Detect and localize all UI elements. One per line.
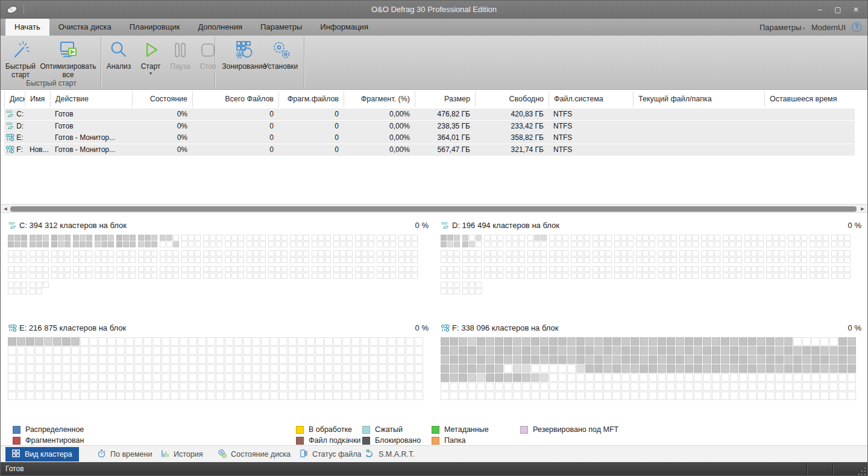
column-header-8[interactable]: Размер xyxy=(415,91,475,107)
view-tab-disk-state[interactable]: Состояние диска xyxy=(212,447,297,462)
ribbon-button-settings[interactable]: Установки xyxy=(260,38,302,83)
cluster-cell xyxy=(593,241,599,247)
title-bar[interactable]: O&O Defrag 30 Professional Edition – ▢ ✕ xyxy=(1,1,867,19)
table-row-drive-E[interactable]: E:Готов - Монитор...0%000,00%364,01 ГБ35… xyxy=(4,132,855,144)
tab-disk-cleanup[interactable]: Очистка диска xyxy=(49,19,121,36)
minimize-button[interactable]: – xyxy=(812,4,828,16)
cluster-block xyxy=(312,250,331,263)
cluster-cell xyxy=(260,257,266,263)
tab-options[interactable]: Параметры xyxy=(251,19,311,36)
cluster-cell xyxy=(468,382,476,391)
tab-information[interactable]: Информация xyxy=(311,19,377,36)
cluster-map-drive-D[interactable] xyxy=(441,235,851,297)
cluster-cell xyxy=(476,288,482,294)
cluster-cell xyxy=(844,235,851,241)
view-tab-cluster-view[interactable]: Вид кластера xyxy=(5,447,79,462)
cluster-cell xyxy=(571,257,577,263)
column-header-2[interactable]: Имя xyxy=(25,91,50,107)
cluster-cell xyxy=(631,346,639,355)
cluster-cell xyxy=(631,337,639,346)
horizontal-scrollbar[interactable]: ◄ ► xyxy=(1,204,867,213)
close-button[interactable]: ✕ xyxy=(848,4,864,16)
cluster-cell xyxy=(739,355,747,364)
column-header-10[interactable]: Файл.система xyxy=(549,91,633,107)
tab-scheduler[interactable]: Планировщик xyxy=(121,19,189,36)
view-tab-history[interactable]: История xyxy=(154,447,209,462)
panel-label: F: 338 096 кластеров на блок xyxy=(452,323,558,332)
column-header-12[interactable]: Оставшееся время xyxy=(764,91,855,107)
cluster-cell xyxy=(225,337,233,346)
cluster-cell xyxy=(649,373,657,382)
cluster-cell xyxy=(315,382,324,391)
cluster-cell xyxy=(166,273,172,279)
ribbon-button-quick-start[interactable]: Быстрыйстарт xyxy=(3,38,38,83)
column-header-4[interactable]: Состояние xyxy=(132,91,192,107)
view-tab-file-status[interactable]: Статус файла xyxy=(293,447,367,462)
cluster-cell xyxy=(454,266,460,272)
view-tab-by-time[interactable]: По времени xyxy=(91,447,158,462)
scrollbar-thumb[interactable] xyxy=(10,206,857,212)
help-icon[interactable]: ? xyxy=(852,22,861,32)
cluster-map-drive-F[interactable] xyxy=(441,337,856,400)
view-tab-smart[interactable]: S.M.A.R.T. xyxy=(359,447,421,462)
column-header-6[interactable]: Фрагм.файлов xyxy=(278,91,344,107)
cluster-cell xyxy=(290,241,296,247)
cluster-cell xyxy=(577,235,583,241)
table-row-drive-D[interactable]: SSD D:Готов0%000,00%238,35 ГБ233,42 ГБNT… xyxy=(4,121,855,132)
column-header-1[interactable]: Диск xyxy=(4,91,25,107)
options-menu[interactable]: Параметры˅ xyxy=(760,23,805,32)
cluster-cell xyxy=(450,355,458,364)
cluster-cell xyxy=(51,241,57,247)
cluster-cell xyxy=(831,266,837,272)
cluster-cell xyxy=(599,241,605,247)
cluster-cell xyxy=(477,373,485,382)
cluster-cell xyxy=(831,257,837,263)
cluster-cell xyxy=(531,346,539,355)
ribbon-button-pause[interactable]: Пауза xyxy=(167,38,193,83)
table-row-drive-C[interactable]: SSD C:Готов0%000,00%476,82 ГБ420,83 ГБNT… xyxy=(4,109,855,120)
cluster-cell xyxy=(658,382,666,391)
cluster-cell xyxy=(584,273,590,279)
cluster-block xyxy=(658,250,677,263)
cell-6: 0 xyxy=(278,132,344,144)
tab-start[interactable]: Начать xyxy=(5,19,49,36)
cluster-cell xyxy=(225,250,231,256)
cluster-map-drive-E[interactable] xyxy=(8,337,423,400)
cluster-cell xyxy=(540,382,549,391)
cluster-cell xyxy=(773,273,779,279)
cluster-cell xyxy=(758,266,764,272)
ribbon-button-start[interactable]: Старт▾ xyxy=(136,38,166,83)
cluster-cell xyxy=(153,373,161,382)
cluster-cell xyxy=(351,373,360,382)
dropdown-caret-icon[interactable]: ▾ xyxy=(136,71,166,76)
ribbon-button-optimize-all[interactable]: Оптимизироватьвсе xyxy=(38,38,98,83)
cluster-cell xyxy=(89,337,98,346)
cluster-cell xyxy=(497,235,503,241)
cluster-block xyxy=(225,250,244,263)
cluster-cell xyxy=(469,235,475,241)
modernui-toggle[interactable]: ModernUI xyxy=(811,23,846,32)
column-header-7[interactable]: Фрагмент. (%) xyxy=(344,91,415,107)
cluster-cell xyxy=(288,346,297,355)
scroll-left-icon[interactable]: ◄ xyxy=(2,206,9,212)
column-header-9[interactable]: Свободно xyxy=(475,91,549,107)
column-header-5[interactable]: Всего Файлов xyxy=(192,91,278,107)
cluster-cell xyxy=(14,250,20,256)
cluster-cell xyxy=(362,273,368,279)
cluster-cell xyxy=(829,392,838,400)
table-row-drive-F[interactable]: F:Нов...Готов - Монитор...0%000,00%567,4… xyxy=(4,144,855,156)
column-header-3[interactable]: Действие xyxy=(50,91,132,107)
column-header-11[interactable]: Текущий файл/папка xyxy=(633,91,764,107)
scroll-right-icon[interactable]: ► xyxy=(859,206,866,212)
resize-grip[interactable] xyxy=(858,468,866,475)
maximize-button[interactable]: ▢ xyxy=(830,4,846,16)
tab-addons[interactable]: Дополнения xyxy=(189,19,251,36)
cluster-cell xyxy=(788,273,794,279)
cluster-cell xyxy=(794,257,800,263)
cluster-cell xyxy=(370,355,378,364)
cluster-map-drive-C[interactable] xyxy=(8,235,418,297)
cluster-block xyxy=(8,250,27,263)
cluster-cell xyxy=(631,373,639,382)
ribbon-button-analyze[interactable]: Анализ xyxy=(102,38,136,83)
cluster-cell xyxy=(138,257,144,263)
